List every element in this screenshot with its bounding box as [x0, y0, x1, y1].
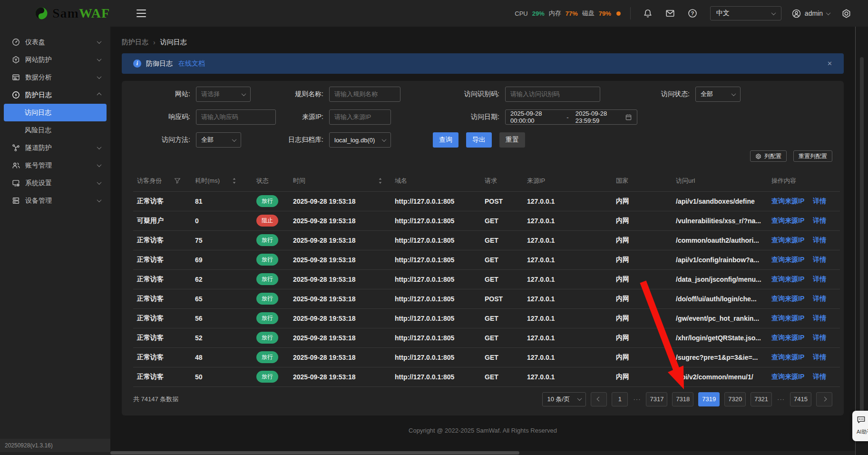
status-badge: 放行: [256, 351, 278, 363]
detail-link[interactable]: 详情: [813, 197, 826, 205]
sidebar-item-data-analysis[interactable]: 数据分析: [0, 69, 110, 86]
detail-link[interactable]: 详情: [813, 256, 826, 263]
chevron-down-icon: [232, 137, 237, 142]
detail-link[interactable]: 详情: [813, 373, 826, 380]
visit-code-label: 访问识别码:: [433, 90, 499, 99]
query-source-ip-link[interactable]: 查询来源IP: [771, 217, 804, 224]
page-button-7318[interactable]: 7318: [672, 392, 693, 406]
query-source-ip-link[interactable]: 查询来源IP: [771, 373, 804, 380]
page-button-7415[interactable]: 7415: [790, 392, 811, 406]
source-ip-input[interactable]: 请输入来源IP: [329, 109, 391, 125]
page-ellipsis[interactable]: ···: [777, 396, 785, 403]
user-menu[interactable]: admin: [792, 9, 830, 18]
next-page-button[interactable]: [816, 392, 832, 406]
detail-link[interactable]: 详情: [813, 334, 826, 341]
language-select[interactable]: 中文: [710, 6, 781, 20]
logo-text-waf: WAF: [79, 6, 110, 20]
reset-column-config-button[interactable]: 重置列配置: [793, 150, 832, 162]
page-button-7321[interactable]: 7321: [751, 392, 772, 406]
sidebar-item-account-manage[interactable]: 账号管理: [0, 157, 110, 174]
page-button-7320[interactable]: 7320: [724, 392, 746, 406]
status-badge: 放行: [256, 195, 278, 207]
sidebar-item-website-protect[interactable]: 网站防护: [0, 51, 110, 69]
breadcrumb-parent[interactable]: 防护日志: [122, 38, 148, 47]
response-code-input[interactable]: 请输入响应码: [196, 109, 276, 125]
cell-method: GET: [481, 230, 523, 250]
chevron-down-icon: [242, 91, 246, 96]
sidebar-subitem-risk-log[interactable]: 风险日志: [4, 121, 107, 139]
sidebar-subitem-access-log[interactable]: 访问日志: [4, 104, 107, 121]
detail-link[interactable]: 详情: [813, 236, 826, 244]
query-source-ip-link[interactable]: 查询来源IP: [771, 334, 804, 341]
info-icon: i: [133, 59, 141, 68]
cell-domain: http://127.0.0.1:805: [391, 230, 481, 250]
visit-code-input[interactable]: 请输入访问识别码: [505, 87, 600, 102]
cell-source-ip: 127.0.0.1: [523, 289, 612, 308]
sidebar-item-tunnel-protect[interactable]: 隧道防护: [0, 139, 110, 157]
chevron-down-icon: [382, 137, 387, 142]
query-source-ip-link[interactable]: 查询来源IP: [771, 275, 804, 283]
page-button-7317[interactable]: 7317: [646, 392, 667, 406]
filter-funnel-icon[interactable]: [174, 178, 181, 184]
sidebar-item-system-setting[interactable]: 系统设置: [0, 174, 110, 192]
app-logo[interactable]: SamWAF: [0, 6, 110, 21]
detail-link[interactable]: 详情: [813, 295, 826, 302]
calendar-icon: [625, 114, 632, 121]
query-source-ip-link[interactable]: 查询来源IP: [771, 256, 804, 263]
table-row: 正常访客62放行2025-09-28 19:53:18http://127.0.…: [133, 269, 840, 289]
prev-page-button[interactable]: [591, 392, 607, 406]
horizontal-scrollbar-thumb[interactable]: [110, 451, 519, 455]
ai-assistant-button[interactable]: AI助手: [852, 411, 868, 441]
mail-icon[interactable]: [665, 9, 675, 18]
log-archive-select[interactable]: local_log.db(0): [329, 132, 391, 148]
settings-gear-icon[interactable]: [841, 9, 851, 19]
detail-link[interactable]: 详情: [813, 353, 826, 361]
page-button-7319[interactable]: 7319: [698, 392, 720, 406]
cell-cost: 56: [191, 308, 253, 328]
sidebar-item-dashboard[interactable]: 仪表盘: [0, 33, 110, 51]
cell-domain: http://127.0.0.1:805: [391, 289, 481, 308]
dashboard-icon: [12, 38, 20, 46]
detail-link[interactable]: 详情: [813, 275, 826, 283]
export-button[interactable]: 导出: [466, 132, 492, 148]
notification-bell-icon[interactable]: [643, 9, 653, 18]
detail-link[interactable]: 详情: [813, 314, 826, 322]
menu-toggle-icon[interactable]: [137, 10, 146, 17]
cell-cost: 65: [191, 289, 253, 308]
sidebar-item-device-manage[interactable]: 设备管理: [0, 192, 110, 209]
sidebar-item-protect-log[interactable]: 防护日志: [0, 86, 110, 104]
response-code-label: 响应码:: [133, 113, 190, 121]
column-config-button[interactable]: 列配置: [750, 150, 787, 162]
detail-link[interactable]: 详情: [813, 217, 826, 224]
query-source-ip-link[interactable]: 查询来源IP: [771, 236, 804, 244]
visit-method-select[interactable]: 全部: [196, 132, 241, 148]
banner-close-icon[interactable]: ✕: [827, 60, 832, 67]
search-button[interactable]: 查询: [433, 132, 458, 148]
column-header-6: 来源IP: [523, 170, 612, 191]
rule-name-input[interactable]: 请输入规则名称: [329, 87, 400, 102]
visit-date-range-input[interactable]: 2025-09-28 00:00:00 - 2025-09-28 23:59:5…: [505, 109, 637, 125]
query-source-ip-link[interactable]: 查询来源IP: [771, 353, 804, 361]
sorter-icon[interactable]: [232, 178, 236, 184]
visit-status-select[interactable]: 全部: [695, 87, 741, 102]
reset-button[interactable]: 重置: [499, 132, 525, 148]
source-ip-label: 来源IP:: [276, 113, 323, 121]
vertical-scrollbar-thumb[interactable]: [860, 57, 864, 428]
query-source-ip-link[interactable]: 查询来源IP: [771, 314, 804, 322]
website-protect-icon: [12, 56, 20, 64]
page-ellipsis[interactable]: ···: [633, 396, 641, 403]
page-size-select[interactable]: 10 条/页: [542, 392, 586, 406]
query-source-ip-link[interactable]: 查询来源IP: [771, 295, 804, 302]
horizontal-scrollbar[interactable]: [110, 451, 855, 455]
chevron-down-icon: [97, 198, 102, 202]
sorter-icon[interactable]: [378, 178, 382, 184]
cell-actions: 查询来源IP详情: [768, 191, 840, 211]
online-docs-link[interactable]: 在线文档: [178, 59, 205, 68]
query-source-ip-link[interactable]: 查询来源IP: [771, 197, 804, 205]
page-button-1[interactable]: 1: [612, 392, 628, 406]
cpu-label: CPU: [515, 10, 527, 17]
website-select[interactable]: 请选择: [196, 87, 251, 102]
help-icon[interactable]: ?: [688, 9, 697, 18]
memory-label: 内存: [549, 9, 561, 18]
vertical-scrollbar[interactable]: [855, 27, 868, 455]
